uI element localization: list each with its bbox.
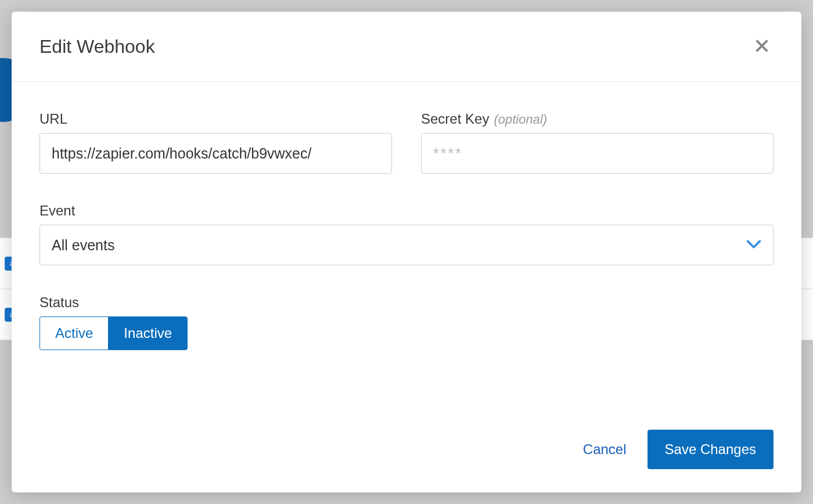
modal-body: URL Secret Key (optional) Event All even… xyxy=(12,82,801,418)
event-label: Event xyxy=(39,203,774,219)
secret-key-label-text: Secret Key xyxy=(421,111,489,127)
url-label: URL xyxy=(39,111,392,127)
close-button[interactable] xyxy=(750,35,774,58)
status-active-button[interactable]: Active xyxy=(39,316,108,350)
url-input[interactable] xyxy=(39,133,392,174)
url-field-group: URL xyxy=(39,111,392,174)
secret-key-label: Secret Key (optional) xyxy=(421,111,774,127)
secret-key-optional-hint: (optional) xyxy=(494,112,547,127)
event-select[interactable]: All events xyxy=(39,225,774,265)
modal-title: Edit Webhook xyxy=(39,36,155,57)
close-icon xyxy=(754,38,770,56)
event-field-group: Event All events xyxy=(39,203,774,265)
status-field-group: Status Active Inactive xyxy=(39,294,774,350)
form-row-url-secret: URL Secret Key (optional) xyxy=(39,111,774,174)
status-inactive-button[interactable]: Inactive xyxy=(108,316,188,350)
secret-key-field-group: Secret Key (optional) xyxy=(421,111,774,174)
form-row-status: Status Active Inactive xyxy=(39,294,774,350)
cancel-button[interactable]: Cancel xyxy=(583,441,627,458)
modal-footer: Cancel Save Changes xyxy=(12,418,801,492)
save-changes-button[interactable]: Save Changes xyxy=(647,430,774,469)
secret-key-input[interactable] xyxy=(421,133,774,174)
modal-header: Edit Webhook xyxy=(12,12,801,82)
edit-webhook-modal: Edit Webhook URL Secret Key (optional) xyxy=(12,12,801,492)
form-row-event: Event All events xyxy=(39,203,774,265)
event-select-wrapper: All events xyxy=(39,225,774,265)
status-toggle-group: Active Inactive xyxy=(39,316,774,350)
status-label: Status xyxy=(39,294,774,311)
